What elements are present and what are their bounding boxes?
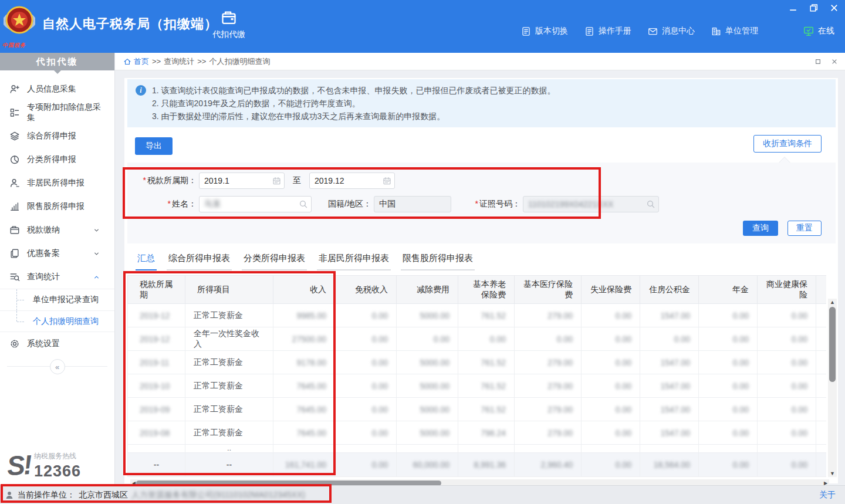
sidebar-item-query-statistics[interactable]: 查询统计: [0, 265, 114, 289]
table-cell: [582, 445, 640, 453]
tab-summary[interactable]: 汇总: [136, 252, 157, 270]
table-row[interactable]: 2019-08正常工资薪金7645.000.005000.00798.24279…: [128, 421, 827, 445]
tab-nonresident[interactable]: 非居民所得申报表: [317, 252, 391, 270]
info-icon: i: [136, 85, 146, 96]
table-zone: 税款所属期所得项目收入免税收入减除费用基本养老保险费基本医疗保险费失业保险费住房…: [127, 275, 838, 483]
restore-button[interactable]: [809, 3, 819, 13]
sidebar-item-label: 查询统计: [27, 272, 60, 282]
table-cell: 2019-09: [128, 398, 185, 421]
result-table: 税款所属期所得项目收入免税收入减除费用基本养老保险费基本医疗保险费失业保险费住房…: [127, 275, 826, 477]
gear-icon: [9, 339, 20, 349]
sidebar-item-special-deduction-collect[interactable]: 专项附加扣除信息采集: [0, 101, 114, 124]
restore-tab-icon[interactable]: [814, 58, 822, 65]
breadcrumb-item-current: 个人扣缴明细查询: [209, 56, 270, 67]
table-row[interactable]: 2019-12正常工资薪金9985.000.005000.00761.52279…: [128, 304, 827, 327]
table-cell: [515, 445, 582, 453]
chevron-down-icon[interactable]: [93, 226, 100, 234]
period-from-input[interactable]: [199, 172, 285, 189]
sidebar-item-system-settings[interactable]: 系统设置: [0, 332, 114, 356]
sidebar-item-restricted-shares-declare[interactable]: 限售股所得申报: [0, 195, 114, 218]
header-menu-message-center[interactable]: 消息中心: [648, 26, 695, 36]
chevron-up-icon[interactable]: [93, 273, 100, 281]
table-row[interactable]: 2019-09正常工资薪金7645.000.005000.00761.52279…: [128, 398, 827, 421]
sidebar-item-label: 系统设置: [27, 339, 60, 349]
vertical-scroll-thumb[interactable]: [829, 307, 836, 382]
table-cell: 0.00: [758, 398, 816, 421]
table-cell: [397, 445, 458, 453]
vertical-scrollbar[interactable]: ▲ ▼: [828, 299, 837, 477]
header-menu-unit-management[interactable]: 单位管理: [711, 26, 758, 36]
breadcrumb: 首页 >> 查询统计 >> 个人扣缴明细查询: [115, 53, 845, 70]
sidebar-item-nonresident-income-declare[interactable]: 非居民所得申报: [0, 171, 114, 195]
table-total-cell: 0.00: [758, 453, 816, 477]
table-cell: 1547.00: [640, 374, 699, 398]
query-button[interactable]: 查询: [743, 221, 778, 236]
header-menu-version-switch[interactable]: 版本切换: [521, 26, 568, 36]
table-total-cell: 60,000.00: [397, 453, 458, 477]
table-cell: 1547.00: [640, 304, 699, 327]
breadcrumb-home[interactable]: 首页: [123, 56, 149, 67]
table-total-cell: 18,564.00: [640, 453, 699, 477]
table-cell: 正常工资薪金: [185, 351, 273, 374]
sidebar-item-comprehensive-income-declare[interactable]: 综合所得申报: [0, 124, 114, 148]
tab-comprehensive[interactable]: 综合所得申报表: [167, 252, 232, 270]
table-header-row: 税款所属期所得项目收入免税收入减除费用基本养老保险费基本医疗保险费失业保险费住房…: [128, 276, 827, 304]
table-cell: 0.00: [582, 421, 640, 445]
header-menu-label: 版本切换: [535, 26, 568, 36]
mail-icon: [648, 26, 658, 36]
bar-chart-icon: [9, 201, 20, 212]
table-row[interactable]: 2019-10正常工资薪金7645.000.005000.00761.52279…: [128, 374, 827, 398]
chevron-down-icon[interactable]: [93, 250, 100, 258]
header-menu: 版本切换操作手册消息中心单位管理: [521, 26, 758, 36]
tab-restricted-shares[interactable]: 限售股所得申报表: [401, 252, 475, 270]
sidebar-collapse-button[interactable]: «: [50, 359, 65, 374]
table-total-cell: --: [185, 453, 273, 477]
table-cell: 761.52: [458, 304, 515, 327]
sidebar-item-preferential-filing[interactable]: 优惠备案: [0, 242, 114, 265]
table-cell: 5000.00: [397, 351, 458, 374]
sidebar-title: 代扣代缴: [0, 53, 114, 70]
person-icon: [9, 178, 20, 188]
toolbar: 导出 收折查询条件: [127, 137, 836, 155]
export-button[interactable]: 导出: [135, 137, 173, 155]
reset-button[interactable]: 重置: [787, 221, 822, 236]
close-button[interactable]: [829, 3, 839, 13]
window-controls: [788, 3, 839, 13]
sidebar-item-personnel-info-collect[interactable]: 人员信息采集: [0, 77, 114, 101]
period-to-input[interactable]: [309, 172, 395, 189]
table-cell: 0.00: [582, 398, 640, 421]
table-cell: 2019-08: [128, 421, 185, 445]
sidebar-subitem-unit-declare-record-query[interactable]: 单位申报记录查询: [0, 289, 114, 310]
table-cell: 5000.00: [397, 398, 458, 421]
table-row-clipped: ..: [128, 445, 827, 453]
sidebar-item-classified-income-declare[interactable]: 分类所得申报: [0, 148, 114, 171]
table-row[interactable]: 2019-11正常工资薪金9178.000.005000.00761.52279…: [128, 351, 827, 374]
content-panel: i 1. 该查询统计表仅能查询已申报成功的数据，不包含未申报、申报失败，已申报但…: [124, 78, 838, 483]
table-cell: 正常工资薪金: [185, 374, 273, 398]
collapse-filter-button[interactable]: 收折查询条件: [753, 135, 822, 153]
table-cell: 0.00: [335, 421, 397, 445]
table-row[interactable]: 2019-12全年一次性奖金收入27500.000.000.000.000.00…: [128, 327, 827, 351]
tab-classified[interactable]: 分类所得申报表: [242, 252, 307, 270]
scroll-down-arrow[interactable]: ▼: [828, 470, 837, 477]
scroll-up-arrow[interactable]: ▲: [828, 299, 837, 306]
name-input[interactable]: 马某: [199, 196, 312, 212]
table-cell: 7645.00: [273, 374, 335, 398]
header-menu-label: 消息中心: [662, 26, 695, 36]
sidebar-item-tax-payment[interactable]: 税款缴纳: [0, 218, 114, 242]
about-link[interactable]: 关于: [819, 490, 836, 500]
table-total-cell: 161,741.00: [273, 453, 335, 477]
header-menu-operation-manual[interactable]: 操作手册: [584, 26, 631, 36]
breadcrumb-sep: >>: [152, 57, 161, 66]
sidebar-subitem-personal-withholding-detail-query[interactable]: 个人扣缴明细查询: [0, 310, 114, 332]
table-cell: 279.00: [515, 398, 582, 421]
hotline-number: 12366: [34, 462, 81, 481]
sidebar-item-label: 优惠备案: [27, 248, 60, 259]
minimize-button[interactable]: [788, 3, 798, 13]
table-cell: 0.00: [582, 327, 640, 351]
close-tab-icon[interactable]: [831, 58, 838, 65]
filter-panel: *税款所属期： 至: [127, 163, 836, 243]
building-icon: [711, 26, 721, 36]
module-tab-withholding[interactable]: 代扣代缴: [207, 9, 251, 40]
column-header: 收入: [273, 276, 335, 304]
